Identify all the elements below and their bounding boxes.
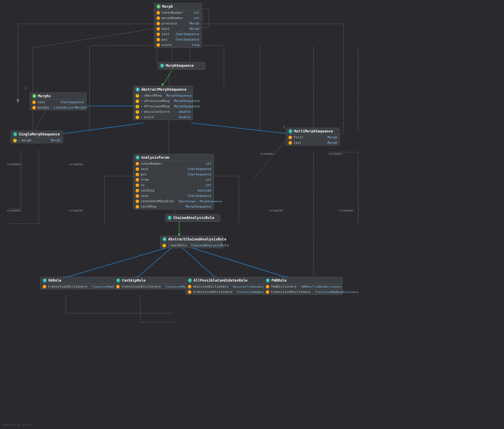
field-type: CharSequence (173, 32, 199, 36)
abstractMorphSequence-node: A AbstractMorphSequence f ↑ vNextMSeq Mo… (133, 86, 193, 120)
field-modifier: ↑ (18, 139, 20, 142)
multiMorphSequence-header: C MultiMorphSequence (286, 128, 339, 135)
ap-field-pos: f pos CharSequence (133, 172, 213, 177)
chainedAnalysisRule-title: ChainedAnalysisRule (173, 216, 214, 220)
field-name: vPreviousMSeq (144, 99, 170, 103)
watermark: Powered by yFiles (2, 423, 33, 427)
na-field-transitionDictionary: f transitionDictionary TransitionMapBase… (41, 284, 114, 289)
field-name: fwdDictionary (271, 285, 296, 288)
field-name: text (37, 100, 56, 104)
singleMorphSequence-node: C SingleMorphSequence f ↑ morph Morph (11, 131, 63, 143)
fi-orange-icon: f (32, 101, 36, 104)
canSkipRule-icon: C (116, 278, 120, 283)
field-name: score (162, 43, 187, 47)
svg-line-5 (191, 123, 299, 135)
field-name: canSkip (141, 189, 193, 192)
morphSequence-node: I MorphSequence (158, 62, 205, 70)
analysisParam-node: C AnalysisParam f tokenNumber int f text… (133, 154, 214, 209)
field-name: score (144, 115, 174, 119)
fi-orange-icon: f (136, 194, 139, 198)
fi-gold-icon: f (162, 244, 166, 247)
abstractChainedAnalysisRule-header: A AbstractChainedAnalysisRule (160, 236, 222, 243)
ap-field-lastMSeq: f lastMSeq MorphSequence (133, 204, 213, 209)
field-name: emissionDictionary (193, 285, 228, 288)
field-type: double (176, 110, 190, 114)
chainedAnalysisRule-node: I ChainedAnalysisRule (165, 214, 220, 222)
morph-field-previous: f previous Morph (154, 21, 202, 26)
canSkipRule-header: C CanSkipRule (114, 277, 188, 284)
morph-field-next: f next Morph (154, 26, 202, 32)
morph-header: G Morph (154, 3, 202, 10)
svg-line-14 (137, 248, 172, 277)
naRule-icon: C (43, 278, 47, 283)
abstractChainedAnalysisRule-icon: A (162, 237, 167, 241)
field-name: to (141, 183, 201, 187)
ap-field-jaso: f jaso CharSequence (133, 193, 213, 199)
morphs-header: G Morphs (30, 93, 86, 100)
ap-field-canSkip: f canSkip boolean (133, 188, 213, 193)
field-type: MorphSequence (171, 99, 200, 103)
fwdRule-title: FWDRule (271, 278, 287, 283)
fi-gold-icon: f (13, 139, 17, 142)
allPossibleCandidatesRule-icon: C (188, 278, 192, 283)
morph-field-score: f score long (154, 42, 202, 47)
field-name: morphs (37, 106, 49, 109)
field-type: int (202, 162, 211, 166)
fi-gold-icon: f (136, 110, 139, 114)
field-name: tokenNumber (141, 162, 201, 166)
fi-orange-icon: f (156, 22, 160, 25)
field-type: MorphSequence (163, 94, 192, 98)
field-name: text (141, 167, 183, 171)
canSkipRule-node: C CanSkipRule f transitionDictionary Tra… (114, 277, 188, 289)
field-type: double (176, 115, 190, 119)
field-name: tokenNumber (162, 11, 189, 15)
edge-label-create-5: «create» (260, 152, 274, 155)
field-type: boolean (195, 189, 211, 192)
edge-label-1b: 1 (283, 125, 285, 129)
field-name: pos (141, 172, 183, 176)
fi-orange-icon: f (136, 200, 139, 203)
singleMorphSequence-icon: C (13, 132, 17, 136)
fi-orange-icon: f (156, 16, 160, 20)
ap-field-to: f to int (133, 183, 213, 188)
multiMorphSequence-title: MultiMorphSequence (294, 129, 333, 133)
fi-orange-icon: f (156, 33, 160, 36)
fwd-field-transitionDictionary: f transitionDictionary TransitionMapBase… (264, 289, 342, 294)
edge-label-1: 1 (24, 87, 26, 90)
singleMorphSequence-header: C SingleMorphSequence (11, 131, 63, 138)
fi-orange-icon: f (136, 183, 139, 187)
canSkipRule-title: CanSkipRule (122, 278, 145, 283)
field-name: morph (21, 138, 46, 142)
abstractMorphSequence-icon: A (136, 87, 140, 92)
naRule-node: C NARule f transitionDictionary Transiti… (40, 277, 114, 289)
apcr-field-transitionDictionary: f transitionDictionary TransitionMapBase… (186, 289, 264, 294)
analysisParam-header: C AnalysisParam (133, 154, 213, 161)
morph-node: G Morph f tokenNumber int f morphNumber … (154, 3, 202, 48)
field-name: transitionDictionary (48, 285, 87, 288)
chainedAnalysisRule-header: I ChainedAnalysisRule (165, 215, 220, 221)
field-type: Morph (325, 141, 337, 145)
fi-gold-icon: f (136, 105, 139, 108)
morph-field-tokenNumber: f tokenNumber int (154, 10, 202, 16)
fi-orange-icon: f (288, 141, 292, 145)
field-modifier: ↑ (141, 115, 142, 119)
field-name: last (294, 141, 323, 145)
chainedAnalysisRule-icon: I (168, 216, 172, 220)
ap-field-tokenNumber: f tokenNumber int (133, 161, 213, 166)
field-name: from (141, 178, 201, 182)
field-type: int (202, 178, 211, 182)
abstractChainedAnalysisRule-node: A AbstractChainedAnalysisRule f ↑ nextRu… (160, 236, 223, 248)
abstractMorphSequence-title: AbstractMorphSequence (141, 87, 187, 92)
field-name: transitionDictionary (271, 290, 310, 294)
svg-line-16 (182, 248, 215, 277)
field-type: MorphSequence (183, 205, 211, 209)
field-type: int (202, 183, 211, 187)
edge-label-create-3: «create» (69, 163, 83, 166)
ams-field-hPreviousMSeq: f ↑ hPreviousMSeq MorphSequence (133, 104, 193, 109)
allPossibleCandidatesRule-node: C AllPossibleCandidatesRule f emissionDi… (185, 277, 265, 295)
ap-field-from: f from int (133, 177, 213, 183)
morph-title: Morph (162, 4, 173, 9)
ams-field-vPreviousMSeq: f ↑ vPreviousMSeq MorphSequence (133, 98, 193, 104)
ams-field-emissionScore: f ↑ emissionScore double (133, 109, 193, 115)
edge-label-create-4: «create» (69, 209, 83, 212)
